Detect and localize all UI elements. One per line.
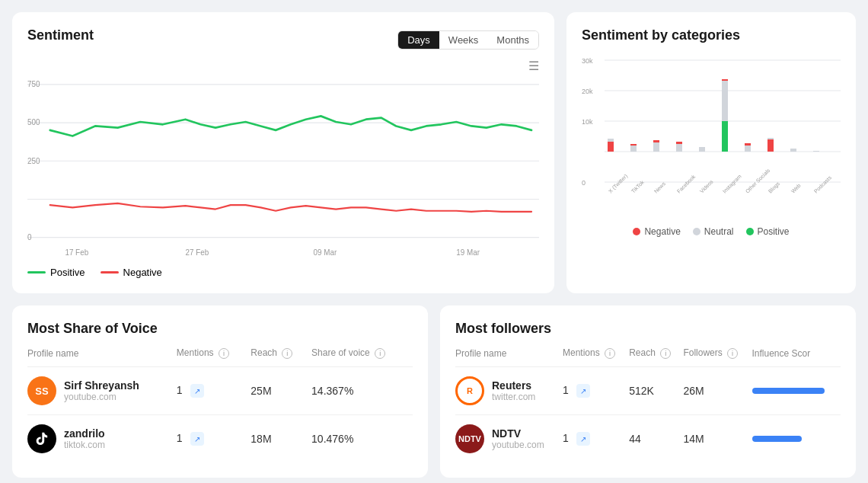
negative-line-indicator [101, 271, 119, 273]
table-header-row: Profile name Mentions i Reach i Follower… [455, 347, 841, 367]
ext-link-icon[interactable]: ↗ [576, 432, 590, 446]
col-reach: Reach i [251, 347, 311, 367]
col-followers: Followers i [683, 347, 752, 367]
col-reach: Reach i [629, 347, 683, 367]
svg-text:250: 250 [27, 156, 40, 165]
sentiment-svg: 750 500 250 0 17 Feb 27 Feb 09 Mar 19 Ma… [27, 76, 539, 259]
profile-cell: zandrilo tiktok.com [27, 415, 177, 463]
mentions-info-icon[interactable]: i [219, 348, 229, 359]
svg-text:Instagram: Instagram [722, 174, 743, 195]
reach-cell: 18M [251, 415, 311, 463]
mentions-cell: 1 ↗ [563, 415, 629, 463]
legend-negative: Negative [101, 267, 162, 278]
svg-text:27 Feb: 27 Feb [186, 248, 209, 257]
cat-legend-neutral: Neutral [693, 226, 734, 237]
sov-cell: 14.367% [311, 367, 413, 415]
svg-text:Web: Web [790, 183, 802, 194]
svg-rect-35 [745, 143, 751, 146]
col-profile: Profile name [27, 347, 177, 367]
tiktok-icon [34, 431, 49, 446]
sentiment-title: Sentiment [27, 27, 94, 43]
mentions-cell: 1 ↗ [563, 367, 629, 415]
svg-rect-38 [790, 149, 796, 152]
profile-name-text: zandrilo tiktok.com [64, 427, 105, 450]
profile-name-cell: R Reuters twitter.com [455, 376, 557, 405]
svg-text:TikTok: TikTok [630, 179, 645, 194]
svg-rect-32 [722, 121, 728, 152]
mentions-info-icon[interactable]: i [605, 348, 615, 359]
svg-text:30k: 30k [582, 57, 593, 65]
positive-line-indicator [27, 271, 46, 273]
svg-rect-39 [813, 151, 819, 152]
col-mentions: Mentions i [177, 347, 251, 367]
time-btn-months[interactable]: Months [487, 31, 538, 49]
influence-bar [752, 388, 825, 394]
influence-score-cell [752, 367, 841, 415]
avatar: SS [27, 376, 56, 405]
profile-name: NDTV [492, 427, 544, 440]
svg-text:Blogs: Blogs [767, 181, 781, 194]
svg-text:X (Twitter): X (Twitter) [608, 173, 629, 194]
categories-title: Sentiment by categories [582, 27, 841, 43]
ext-link-icon[interactable]: ↗ [190, 432, 204, 446]
share-of-voice-table: Profile name Mentions i Reach i Share of… [27, 347, 413, 462]
sentiment-chart: 750 500 250 0 17 Feb 27 Feb 09 Mar 19 Ma… [27, 76, 539, 259]
influence-score-cell [752, 415, 841, 463]
share-of-voice-title: Most Share of Voice [27, 321, 413, 337]
col-share-of-voice: Share of voice i [311, 347, 413, 367]
reach-cell: 44 [629, 415, 683, 463]
profile-name-cell: SS Sirf Shreyansh youtube.com [27, 376, 171, 405]
mentions-cell: 1 ↗ [177, 367, 251, 415]
reach-info-icon[interactable]: i [282, 348, 292, 359]
profile-domain: youtube.com [492, 440, 544, 450]
time-btn-weeks[interactable]: Weeks [439, 31, 488, 49]
categories-svg: 30k 20k 10k 0 [582, 53, 841, 220]
svg-text:19 Mar: 19 Mar [456, 248, 480, 257]
svg-text:20k: 20k [582, 88, 593, 95]
followers-info-icon[interactable]: i [727, 348, 738, 359]
profile-cell: NDTV NDTV youtube.com [455, 415, 563, 463]
negative-dot [633, 228, 640, 235]
svg-rect-28 [676, 144, 682, 152]
svg-rect-36 [767, 139, 774, 152]
categories-chart: 30k 20k 10k 0 [582, 53, 841, 220]
svg-rect-33 [722, 79, 728, 81]
col-mentions: Mentions i [563, 347, 629, 367]
mentions-cell: 1 ↗ [177, 415, 251, 463]
cat-legend-negative: Negative [633, 226, 680, 237]
svg-rect-29 [676, 142, 682, 144]
svg-text:750: 750 [27, 80, 40, 89]
profile-name-cell: zandrilo tiktok.com [27, 424, 171, 453]
col-influence-score: Influence Scor [752, 347, 841, 367]
svg-text:0: 0 [27, 232, 32, 242]
profile-cell: SS Sirf Shreyansh youtube.com [27, 367, 177, 415]
positive-dot [746, 228, 754, 235]
profile-name-text: Sirf Shreyansh youtube.com [64, 379, 139, 402]
share-of-voice-card: Most Share of Voice Profile name Mention… [12, 305, 428, 478]
svg-text:Podcasts: Podcasts [813, 174, 833, 194]
svg-text:Facebook: Facebook [676, 174, 697, 194]
neutral-dot [693, 228, 700, 235]
ext-link-icon[interactable]: ↗ [576, 384, 590, 398]
svg-rect-23 [608, 139, 614, 142]
svg-rect-25 [630, 144, 637, 146]
table-row: R Reuters twitter.com 1 ↗ 512K 26M [455, 367, 841, 415]
svg-text:0: 0 [582, 179, 586, 187]
svg-rect-30 [699, 147, 705, 152]
ext-link-icon[interactable]: ↗ [190, 384, 204, 398]
profile-name-text: NDTV youtube.com [492, 427, 544, 450]
reach-info-icon[interactable]: i [660, 348, 671, 359]
profile-name-cell: NDTV NDTV youtube.com [455, 424, 557, 453]
influence-bar [752, 436, 802, 442]
legend-negative-label: Negative [123, 267, 162, 278]
reach-cell: 512K [629, 367, 683, 415]
legend-positive: Positive [27, 267, 85, 278]
profile-cell: R Reuters twitter.com [455, 367, 563, 415]
sov-info-icon[interactable]: i [375, 348, 385, 359]
profile-name: zandrilo [64, 427, 105, 440]
chart-menu-icon[interactable]: ☰ [27, 59, 539, 73]
svg-rect-37 [767, 138, 774, 139]
time-filter[interactable]: Days Weeks Months [397, 30, 539, 50]
avatar: NDTV [455, 424, 484, 453]
time-btn-days[interactable]: Days [398, 31, 439, 49]
